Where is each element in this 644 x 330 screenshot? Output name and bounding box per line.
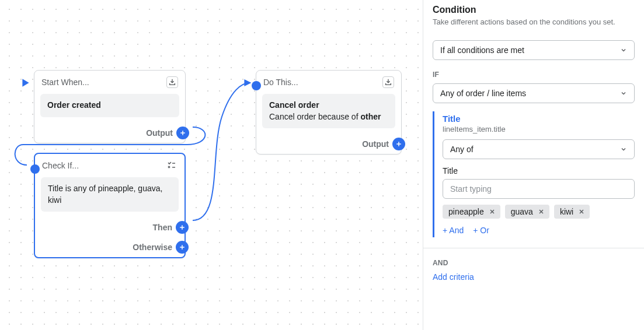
and-section-label: AND — [423, 248, 644, 272]
tag-pineapple[interactable]: pineapple — [443, 205, 500, 219]
add-criteria-button[interactable]: Add criteria — [433, 272, 474, 282]
add-or-button[interactable]: + Or — [473, 226, 489, 235]
condition-panel: Condition Take different actions based o… — [423, 0, 644, 330]
criteria-block: Title lineItems_item.title Any of Title … — [433, 111, 635, 237]
otherwise-label: Otherwise — [133, 243, 172, 252]
chevron-down-icon — [620, 146, 627, 153]
node-check-if[interactable]: Check If... Title is any of pineapple, g… — [34, 153, 186, 258]
node-start[interactable]: Start When... Order created Output — [34, 70, 186, 143]
otherwise-port[interactable] — [176, 241, 189, 254]
node-start-body: Order created — [40, 94, 179, 117]
criteria-value-input[interactable] — [443, 179, 635, 199]
output-port[interactable] — [176, 127, 189, 139]
input-port[interactable] — [252, 81, 261, 90]
then-label: Then — [153, 223, 172, 232]
criteria-field-path: lineItems_item.title — [443, 125, 635, 134]
input-port[interactable] — [30, 164, 40, 174]
node-check-header: Check If... — [42, 161, 79, 170]
panel-subtitle: Take different actions based on the cond… — [433, 17, 635, 26]
close-icon[interactable] — [537, 207, 546, 216]
operator-select[interactable]: Any of — [443, 139, 635, 159]
output-port[interactable] — [392, 138, 405, 150]
tag-guava[interactable]: guava — [505, 205, 549, 219]
condition-icon — [166, 160, 177, 171]
if-section-label: IF — [423, 60, 644, 83]
chevron-down-icon — [620, 47, 627, 54]
scope-select[interactable]: Any of order / line items — [433, 83, 635, 103]
node-do-this[interactable]: Do This... Cancel order Cancel order bec… — [256, 70, 402, 155]
node-check-body: Title is any of pineapple, guava, kiwi — [41, 177, 179, 212]
tag-kiwi[interactable]: kiwi — [554, 205, 590, 219]
node-action-header: Do This... — [263, 78, 298, 87]
workflow-canvas[interactable]: Start When... Order created Output Check… — [0, 0, 423, 330]
panel-title: Condition — [433, 5, 635, 15]
close-icon[interactable] — [488, 207, 497, 216]
output-label: Output — [146, 128, 173, 138]
add-and-button[interactable]: + And — [443, 226, 464, 235]
start-handle-icon — [20, 78, 31, 88]
criteria-tags: pineapple guava kiwi — [443, 205, 635, 219]
criteria-field-title[interactable]: Title — [443, 114, 635, 124]
output-label: Output — [362, 139, 389, 149]
value-field-label: Title — [443, 166, 635, 175]
then-port[interactable] — [176, 221, 189, 234]
node-start-header: Start When... — [41, 78, 89, 87]
chevron-down-icon — [620, 90, 627, 97]
node-action-body: Cancel order Cancel order because of oth… — [262, 94, 395, 128]
close-icon[interactable] — [577, 207, 586, 216]
import-icon[interactable] — [382, 76, 394, 88]
match-mode-select[interactable]: If all conditions are met — [433, 40, 635, 60]
import-icon[interactable] — [166, 76, 178, 88]
